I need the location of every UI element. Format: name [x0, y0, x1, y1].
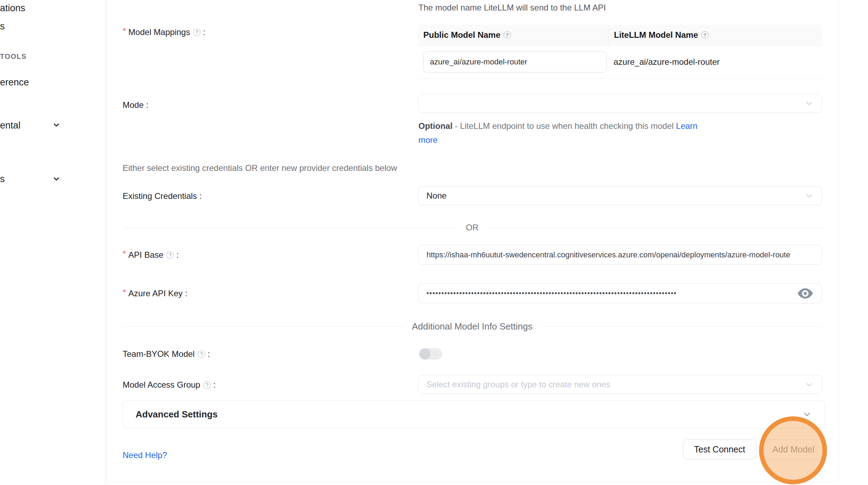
chevron-down-icon — [53, 121, 60, 129]
label-colon: : — [176, 250, 179, 260]
existing-credentials-value: None — [426, 191, 446, 201]
sidebar-section-label: TOOLS — [0, 53, 27, 60]
help-icon[interactable]: ? — [198, 351, 205, 358]
help-icon[interactable]: ? — [203, 381, 211, 389]
need-help-link[interactable]: Need Help? — [123, 450, 167, 460]
team-byok-label: Team-BYOK Model ? : — [123, 348, 210, 360]
label-colon: : — [207, 349, 210, 359]
mode-label: Mode : — [123, 99, 149, 111]
or-divider: OR — [123, 223, 822, 233]
add-model-page: { "ui": { "colon": ":", "required_mark":… — [0, 0, 868, 485]
label-colon: : — [185, 289, 187, 298]
table-row: azure_ai/azure-model-router — [418, 46, 822, 78]
label-text: Model Mappings — [128, 27, 190, 37]
toggle-knob — [419, 348, 430, 359]
sidebar-item-1[interactable]: s — [0, 21, 5, 32]
label-text: API Base — [128, 250, 163, 260]
model-mappings-label: * Model Mappings ? : — [123, 27, 205, 38]
additional-settings-divider: Additional Model Info Settings — [123, 321, 822, 332]
label-text: Mode — [123, 100, 144, 110]
credentials-note: Either select existing credentials OR en… — [123, 163, 397, 173]
required-mark: * — [123, 287, 126, 297]
litellm-model-name-value: azure_ai/azure-model-router — [608, 57, 822, 67]
public-model-name-input[interactable] — [423, 51, 607, 72]
add-model-button[interactable]: Add Model — [761, 439, 825, 459]
chevron-down-icon — [805, 99, 814, 108]
test-connect-button[interactable]: Test Connect — [683, 439, 756, 459]
label-text: Existing Credentials — [123, 191, 197, 201]
chevron-down-icon — [53, 175, 60, 183]
sidebar-item-label: erence — [0, 77, 29, 88]
sidebar-item-2[interactable]: s — [0, 174, 5, 185]
help-icon[interactable]: ? — [193, 29, 200, 36]
help-icon[interactable]: ? — [504, 31, 511, 39]
help-icon[interactable]: ? — [701, 31, 709, 39]
label-colon: : — [213, 380, 216, 390]
label-colon: : — [146, 100, 149, 110]
header-text: LiteLLM Model Name — [614, 30, 698, 40]
or-divider-text: OR — [466, 223, 479, 233]
sidebar: ations s TOOLS erence ental s — [0, 0, 106, 485]
mode-help-text: Optional - LiteLLM endpoint to use when … — [418, 119, 706, 147]
label-text: Team-BYOK Model — [123, 349, 194, 359]
label-text: Model Access Group — [123, 380, 200, 390]
sidebar-item-label: ations — [0, 3, 25, 13]
model-mappings-table: Public Model Name ? LiteLLM Model Name ?… — [418, 25, 822, 79]
chevron-down-icon — [805, 380, 814, 389]
model-access-group-placeholder: Select existing groups or type to create… — [426, 380, 610, 389]
sidebar-item-experimental[interactable]: ental — [0, 120, 21, 131]
section-divider-text: Additional Model Info Settings — [412, 321, 533, 332]
label-colon: : — [199, 191, 202, 201]
azure-api-key-input[interactable]: ••••••••••••••••••••••••••••••••••••••••… — [418, 283, 822, 303]
header-text: Public Model Name — [423, 30, 500, 40]
model-name-helper-text: The model name LiteLLM will send to the … — [418, 3, 606, 13]
api-base-label: * API Base ? : — [123, 249, 179, 261]
masked-api-key: ••••••••••••••••••••••••••••••••••••••••… — [426, 289, 790, 297]
chevron-down-icon — [802, 409, 812, 419]
table-header-row: Public Model Name ? LiteLLM Model Name ? — [418, 25, 822, 46]
existing-credentials-select[interactable]: None — [418, 186, 822, 205]
sidebar-item-organizations[interactable]: ations — [0, 3, 25, 14]
column-header-litellm-model-name: LiteLLM Model Name ? — [608, 25, 822, 45]
sidebar-item-label: ental — [0, 120, 21, 131]
required-mark: * — [123, 249, 126, 259]
team-byok-toggle[interactable] — [419, 348, 442, 360]
label-colon: : — [203, 27, 205, 37]
advanced-settings-title: Advanced Settings — [136, 409, 218, 420]
eye-icon[interactable] — [798, 288, 813, 299]
help-rest: - LiteLLM endpoint to use when health ch… — [452, 121, 676, 131]
required-mark: * — [123, 26, 126, 36]
sidebar-section-tools: TOOLS — [0, 53, 27, 61]
sidebar-item-label: s — [0, 174, 5, 184]
model-access-group-label: Model Access Group ? : — [123, 379, 216, 390]
sidebar-item-label: s — [0, 21, 5, 32]
optional-bold: Optional — [418, 121, 452, 131]
azure-api-key-label: * Azure API Key : — [123, 288, 187, 299]
api-base-input[interactable] — [418, 245, 822, 265]
chevron-down-icon — [805, 191, 814, 200]
advanced-settings-panel[interactable]: Advanced Settings — [123, 400, 825, 428]
label-text: Azure API Key — [128, 289, 183, 298]
model-access-group-select[interactable]: Select existing groups or type to create… — [418, 375, 822, 394]
sidebar-item-reference[interactable]: erence — [0, 77, 29, 88]
mode-select[interactable] — [418, 94, 822, 113]
existing-credentials-label: Existing Credentials : — [123, 190, 202, 202]
help-icon[interactable]: ? — [166, 251, 174, 259]
column-header-public-model-name: Public Model Name ? — [418, 25, 608, 45]
